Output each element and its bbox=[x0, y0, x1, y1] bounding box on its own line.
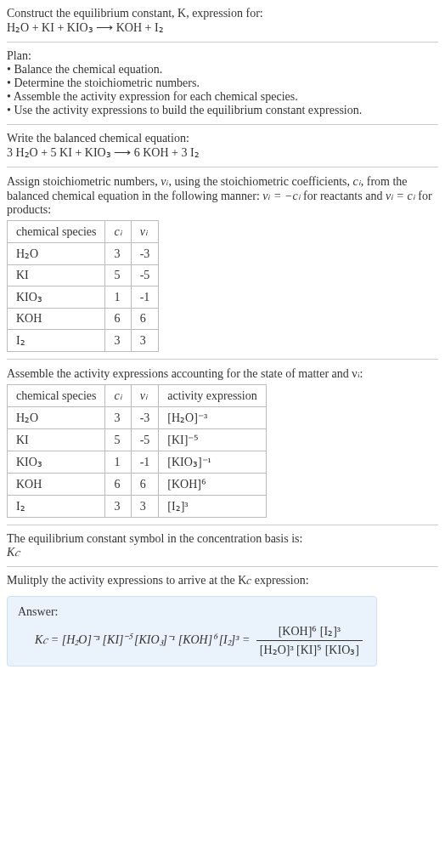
cell-species: KIO₃ bbox=[8, 451, 105, 474]
divider bbox=[7, 359, 438, 360]
cell-ci: 3 bbox=[105, 407, 131, 429]
c-symbol: cᵢ bbox=[353, 175, 361, 188]
stoich-text: Assign stoichiometric numbers, νᵢ, using… bbox=[7, 174, 438, 217]
title-equation: H₂O + KI + KIO₃ ⟶ KOH + I₂ bbox=[7, 20, 438, 35]
problem-statement: Construct the equilibrium constant, K, e… bbox=[7, 7, 438, 35]
stoich-text-part: for reactants and bbox=[301, 190, 386, 202]
symbol-section: The equilibrium constant symbol in the c… bbox=[7, 532, 438, 559]
cell-nui: -5 bbox=[131, 265, 159, 286]
answer-label: Answer: bbox=[18, 605, 366, 619]
cell-activity: [KI]⁻⁵ bbox=[159, 429, 266, 451]
col-nui: νᵢ bbox=[131, 385, 159, 407]
plan-item: • Balance the chemical equation. bbox=[7, 63, 438, 77]
table-row: KI 5 -5 bbox=[8, 265, 159, 286]
divider bbox=[7, 167, 438, 167]
col-nui: νᵢ bbox=[131, 221, 159, 243]
cell-species: H₂O bbox=[8, 407, 105, 429]
cell-activity: [H₂O]⁻³ bbox=[159, 407, 266, 429]
cell-ci: 6 bbox=[105, 474, 131, 496]
plan-item: • Use the activity expressions to build … bbox=[7, 104, 438, 117]
table-header-row: chemical species cᵢ νᵢ activity expressi… bbox=[8, 385, 267, 407]
table-row: H₂O 3 -3 [H₂O]⁻³ bbox=[8, 407, 267, 429]
cell-ci: 3 bbox=[105, 330, 131, 352]
divider bbox=[7, 42, 438, 43]
plan-section: Plan: • Balance the chemical equation. •… bbox=[7, 49, 438, 117]
cell-nui: 3 bbox=[131, 496, 159, 518]
cell-species: I₂ bbox=[8, 330, 105, 352]
title-text: Construct the equilibrium constant, K, e… bbox=[7, 7, 263, 20]
activity-table: chemical species cᵢ νᵢ activity expressi… bbox=[7, 384, 267, 518]
stoich-table: chemical species cᵢ νᵢ H₂O 3 -3 KI 5 -5 … bbox=[7, 220, 159, 352]
col-ci: cᵢ bbox=[105, 221, 131, 243]
multiply-heading: Mulitply the activity expressions to arr… bbox=[7, 574, 438, 587]
answer-expression: K𝑐 = [H₂O]⁻³ [KI]⁻⁵ [KIO₃]⁻¹ [KOH]⁶ [I₂]… bbox=[18, 624, 366, 657]
cell-species: KIO₃ bbox=[8, 286, 105, 309]
relation-products: νᵢ = cᵢ bbox=[386, 190, 415, 202]
symbol-heading: The equilibrium constant symbol in the c… bbox=[7, 532, 438, 546]
cell-species: I₂ bbox=[8, 496, 105, 518]
table-row: KOH 6 6 [KOH]⁶ bbox=[8, 474, 267, 496]
answer-numerator: [KOH]⁶ [I₂]³ bbox=[256, 624, 363, 641]
col-species: chemical species bbox=[8, 221, 105, 243]
cell-nui: -3 bbox=[131, 407, 159, 429]
relation-reactants: νᵢ = −cᵢ bbox=[262, 190, 300, 202]
cell-ci: 1 bbox=[105, 286, 131, 309]
divider bbox=[7, 566, 438, 567]
col-ci: cᵢ bbox=[105, 385, 131, 407]
cell-nui: 6 bbox=[131, 474, 159, 496]
table-row: KIO₃ 1 -1 bbox=[8, 286, 159, 309]
balanced-section: Write the balanced chemical equation: 3 … bbox=[7, 132, 438, 160]
answer-lhs: K𝑐 = [H₂O]⁻³ [KI]⁻⁵ [KIO₃]⁻¹ [KOH]⁶ [I₂]… bbox=[35, 633, 253, 646]
stoich-text-part: , using the stoichiometric coefficients, bbox=[168, 175, 352, 188]
cell-ci: 3 bbox=[105, 243, 131, 265]
stoich-section: Assign stoichiometric numbers, νᵢ, using… bbox=[7, 174, 438, 352]
cell-species: KI bbox=[8, 265, 105, 286]
cell-ci: 1 bbox=[105, 451, 131, 474]
answer-denominator: [H₂O]³ [KI]⁵ [KIO₃] bbox=[256, 641, 363, 657]
table-row: H₂O 3 -3 bbox=[8, 243, 159, 265]
cell-activity: [KIO₃]⁻¹ bbox=[159, 451, 266, 474]
cell-ci: 5 bbox=[105, 265, 131, 286]
cell-nui: -1 bbox=[131, 451, 159, 474]
table-row: KOH 6 6 bbox=[8, 309, 159, 330]
answer-fraction: [KOH]⁶ [I₂]³ [H₂O]³ [KI]⁵ [KIO₃] bbox=[256, 624, 363, 657]
cell-species: KI bbox=[8, 429, 105, 451]
table-row: KIO₃ 1 -1 [KIO₃]⁻¹ bbox=[8, 451, 267, 474]
plan-item: • Assemble the activity expression for e… bbox=[7, 90, 438, 104]
title-line: Construct the equilibrium constant, K, e… bbox=[7, 7, 438, 20]
table-row: I₂ 3 3 [I₂]³ bbox=[8, 496, 267, 518]
activity-heading: Assemble the activity expressions accoun… bbox=[7, 366, 438, 381]
plan-item: • Determine the stoichiometric numbers. bbox=[7, 77, 438, 90]
cell-nui: -5 bbox=[131, 429, 159, 451]
cell-ci: 5 bbox=[105, 429, 131, 451]
stoich-text-part: Assign stoichiometric numbers, bbox=[7, 175, 161, 188]
kc-symbol: K𝑐 bbox=[7, 546, 438, 559]
cell-nui: 3 bbox=[131, 330, 159, 352]
col-species: chemical species bbox=[8, 385, 105, 407]
table-row: I₂ 3 3 bbox=[8, 330, 159, 352]
answer-box: Answer: K𝑐 = [H₂O]⁻³ [KI]⁻⁵ [KIO₃]⁻¹ [KO… bbox=[7, 596, 377, 667]
cell-species: H₂O bbox=[8, 243, 105, 265]
cell-nui: -1 bbox=[131, 286, 159, 309]
balanced-heading: Write the balanced chemical equation: bbox=[7, 132, 438, 145]
cell-species: KOH bbox=[8, 474, 105, 496]
table-row: KI 5 -5 [KI]⁻⁵ bbox=[8, 429, 267, 451]
cell-ci: 6 bbox=[105, 309, 131, 330]
multiply-section: Mulitply the activity expressions to arr… bbox=[7, 574, 438, 587]
cell-ci: 3 bbox=[105, 496, 131, 518]
plan-heading: Plan: bbox=[7, 49, 438, 63]
cell-activity: [KOH]⁶ bbox=[159, 474, 266, 496]
cell-nui: 6 bbox=[131, 309, 159, 330]
divider bbox=[7, 525, 438, 525]
cell-nui: -3 bbox=[131, 243, 159, 265]
divider bbox=[7, 124, 438, 125]
cell-species: KOH bbox=[8, 309, 105, 330]
col-activity: activity expression bbox=[159, 385, 266, 407]
cell-activity: [I₂]³ bbox=[159, 496, 266, 518]
activity-section: Assemble the activity expressions accoun… bbox=[7, 366, 438, 518]
balanced-equation: 3 H₂O + 5 KI + KIO₃ ⟶ 6 KOH + 3 I₂ bbox=[7, 145, 438, 160]
table-header-row: chemical species cᵢ νᵢ bbox=[8, 221, 159, 243]
